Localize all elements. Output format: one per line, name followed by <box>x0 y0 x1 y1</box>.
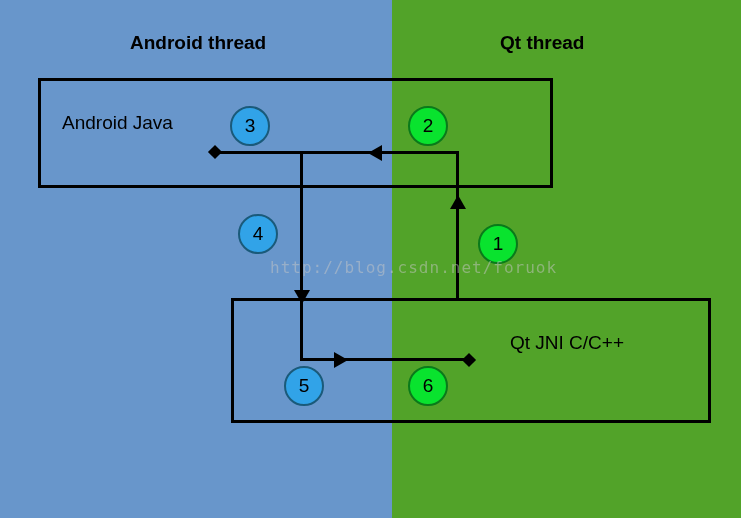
circle-1-num: 1 <box>493 233 504 255</box>
header-right: Qt thread <box>500 32 584 54</box>
circle-5-num: 5 <box>299 375 310 397</box>
label-qt-jni: Qt JNI C/C++ <box>510 332 624 354</box>
circle-6: 6 <box>408 366 448 406</box>
circle-3-num: 3 <box>245 115 256 137</box>
circle-5: 5 <box>284 366 324 406</box>
header-left: Android thread <box>130 32 266 54</box>
circle-3: 3 <box>230 106 270 146</box>
line-bottom-horizontal <box>300 358 468 361</box>
circle-4: 4 <box>238 214 278 254</box>
circle-2-num: 2 <box>423 115 434 137</box>
arrow-up <box>450 195 466 209</box>
arrow-left <box>368 145 382 161</box>
label-android-java: Android Java <box>62 112 173 134</box>
line-left-vertical <box>300 154 303 360</box>
watermark: http://blog.csdn.net/foruok <box>270 258 557 277</box>
circle-2: 2 <box>408 106 448 146</box>
arrow-down <box>294 290 310 304</box>
arrow-right <box>334 352 348 368</box>
circle-6-num: 6 <box>423 375 434 397</box>
circle-4-num: 4 <box>253 223 264 245</box>
line-top-horizontal <box>214 151 459 154</box>
